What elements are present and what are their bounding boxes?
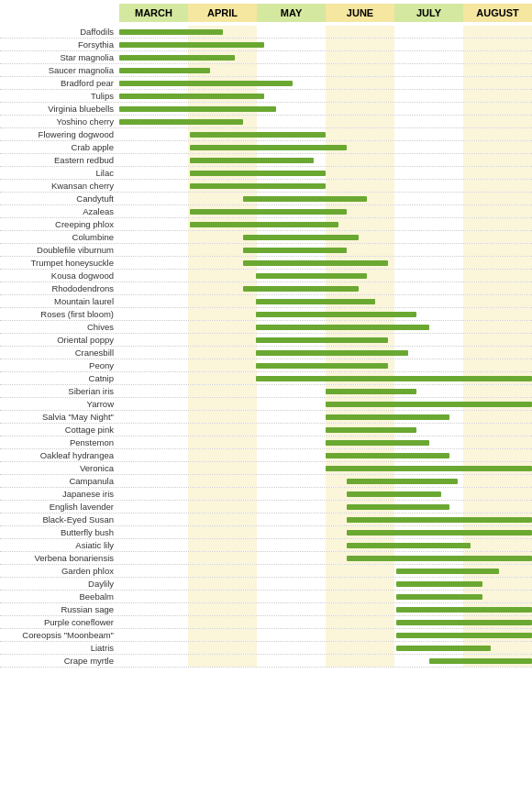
month-cell (394, 603, 463, 615)
month-cell (394, 90, 463, 102)
plant-label: Kousa dogwood (0, 271, 119, 281)
month-cell (257, 334, 326, 346)
month-cell (257, 128, 326, 140)
month-cell (257, 424, 326, 436)
month-cell (119, 642, 188, 654)
table-row: Trumpet honeysuckle (0, 257, 532, 270)
bars-area (119, 90, 532, 102)
month-cell (326, 231, 394, 243)
month-cell (119, 231, 188, 243)
plant-label: Yarrow (0, 399, 119, 409)
plant-label: Russian sage (0, 604, 119, 614)
month-cell (463, 141, 532, 153)
month-cell (326, 501, 394, 513)
month-cell (326, 411, 394, 423)
month-cell (326, 462, 394, 474)
table-row: Kousa dogwood (0, 270, 532, 282)
month-cell (119, 398, 188, 410)
month-cell (119, 552, 188, 564)
bars-area (119, 513, 532, 525)
month-cell (257, 180, 326, 192)
bars-area (119, 128, 532, 140)
month-cell (119, 193, 188, 204)
months-header: MARCHAPRILMAYJUNEJULYAUGUST (119, 4, 532, 22)
bars-area (119, 244, 532, 256)
month-cell (257, 565, 326, 577)
month-cell (188, 424, 257, 436)
month-cell (326, 282, 394, 294)
month-cell (119, 347, 188, 359)
month-cell (188, 603, 257, 615)
plant-label: Veronica (0, 463, 119, 473)
month-cell (257, 141, 326, 153)
month-cell (394, 616, 463, 628)
month-cell (188, 51, 257, 63)
month-cell (119, 51, 188, 63)
month-cell (119, 603, 188, 615)
month-cell (326, 334, 394, 346)
month-cell (394, 244, 463, 256)
month-cell (188, 116, 257, 127)
month-cell (326, 385, 394, 397)
bars-area (119, 295, 532, 307)
month-cell (463, 372, 532, 384)
month-cell (326, 565, 394, 577)
month-cell (257, 578, 326, 590)
table-row: Salvia "May Night" (0, 411, 532, 424)
bars-area (119, 436, 532, 448)
month-cell (188, 128, 257, 140)
month-cell (394, 64, 463, 76)
bars-area (119, 167, 532, 179)
bars-area (119, 475, 532, 487)
month-cell (188, 141, 257, 153)
month-cell (188, 655, 257, 667)
bars-area (119, 565, 532, 577)
month-cell (394, 321, 463, 333)
bars-area (119, 193, 532, 204)
month-cell (394, 205, 463, 217)
month-cell (188, 77, 257, 89)
month-cell (119, 205, 188, 217)
plant-label: Lilac (0, 168, 119, 178)
table-row: Roses (first bloom) (0, 308, 532, 321)
month-cell (394, 513, 463, 525)
month-cell (326, 488, 394, 500)
month-cell (326, 64, 394, 76)
month-cell (394, 655, 463, 667)
table-row: Yarrow (0, 398, 532, 411)
plant-label: Rhododendrons (0, 283, 119, 293)
bars-area (119, 398, 532, 410)
month-cell (463, 398, 532, 410)
month-cell (326, 193, 394, 204)
month-cell (257, 642, 326, 654)
month-cell (394, 295, 463, 307)
month-cell (326, 398, 394, 410)
month-cell (394, 578, 463, 590)
month-cell (463, 462, 532, 474)
table-row: Oriental poppy (0, 334, 532, 347)
month-cell (394, 270, 463, 282)
month-cell (119, 655, 188, 667)
plant-label: Yoshino cherry (0, 116, 119, 127)
month-cell (188, 475, 257, 487)
bars-area (119, 462, 532, 474)
month-cell (257, 603, 326, 615)
bars-area (119, 116, 532, 127)
bars-area (119, 411, 532, 423)
month-cell (394, 539, 463, 551)
plant-label: Oriental poppy (0, 335, 119, 345)
bars-area (119, 501, 532, 513)
month-cell (394, 39, 463, 50)
month-cell (326, 257, 394, 269)
month-cell (119, 295, 188, 307)
plant-label: Catnip (0, 373, 119, 383)
plant-label: Daffodils (0, 27, 119, 37)
table-row: Crape myrtle (0, 655, 532, 668)
month-cell (119, 449, 188, 461)
month-cell (257, 231, 326, 243)
month-cell (463, 565, 532, 577)
month-cell (463, 655, 532, 667)
month-cell (394, 231, 463, 243)
plant-label: Bradford pear (0, 78, 119, 88)
table-row: Creeping phlox (0, 218, 532, 231)
